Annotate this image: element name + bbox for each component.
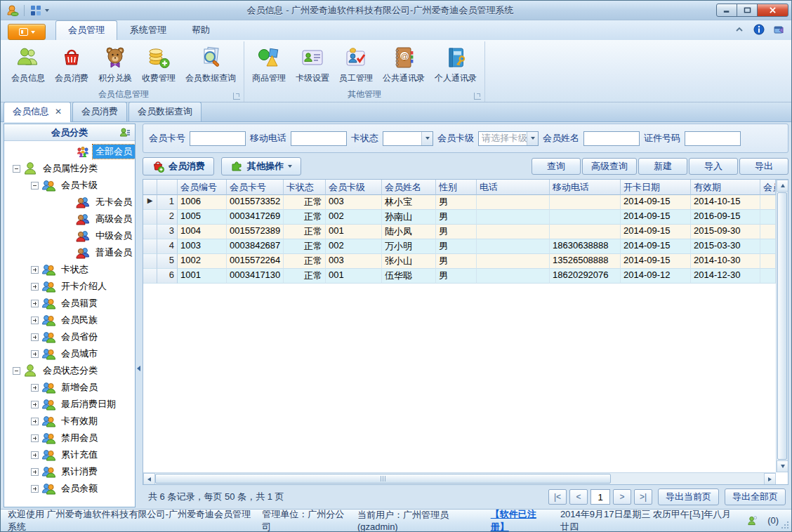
quick-access-toolbar[interactable] bbox=[29, 4, 49, 17]
ribbon-button-staff[interactable]: 员工管理 bbox=[334, 42, 378, 91]
tree-item-7[interactable]: 普通会员 bbox=[4, 244, 135, 261]
tree-item-15[interactable]: 新增会员 bbox=[4, 379, 135, 396]
feedback-icon[interactable] bbox=[773, 24, 784, 35]
table-row-5[interactable]: 510020015572264正常003张小山男135265088882014-… bbox=[143, 254, 776, 269]
tree-expander-icon[interactable] bbox=[31, 418, 39, 425]
tree-item-19[interactable]: 累计充值 bbox=[4, 446, 135, 463]
ribbon-tab-2[interactable]: 系统管理 bbox=[117, 20, 179, 40]
tree-item-3[interactable]: 会员卡级 bbox=[4, 177, 135, 194]
member-name-input[interactable] bbox=[583, 131, 640, 146]
tree-item-16[interactable]: 最后消费日期 bbox=[4, 396, 135, 413]
first-page-button[interactable]: |< bbox=[548, 489, 567, 505]
vertical-scrollbar[interactable] bbox=[776, 180, 788, 472]
tree-expander-icon[interactable] bbox=[31, 401, 39, 408]
minimize-button[interactable] bbox=[716, 4, 737, 17]
ribbon-button-teddy[interactable]: 积分兑换 bbox=[93, 42, 137, 91]
tree-item-9[interactable]: 开卡介绍人 bbox=[4, 278, 135, 295]
member-card-no-input[interactable] bbox=[190, 131, 246, 146]
document-tab-1[interactable]: 会员信息✕ bbox=[4, 102, 71, 122]
tree-item-20[interactable]: 累计消费 bbox=[4, 463, 135, 480]
card-status-select[interactable] bbox=[383, 131, 433, 146]
column-header-2[interactable]: 会员卡号 bbox=[227, 180, 284, 195]
ribbon-button-personal-contacts[interactable]: 个人通讯录 bbox=[430, 42, 482, 91]
column-header-10[interactable]: 有效期 bbox=[691, 180, 760, 195]
column-header-4[interactable]: 会员卡级 bbox=[326, 180, 382, 195]
action-button-2[interactable]: 高级查询 bbox=[582, 158, 637, 175]
close-button[interactable] bbox=[757, 4, 788, 17]
column-header-3[interactable]: 卡状态 bbox=[284, 180, 326, 195]
table-row-3[interactable]: 310040015572389正常001陆小凤男2014-09-152015-0… bbox=[143, 225, 776, 239]
action-button-1[interactable]: 查询 bbox=[532, 158, 581, 175]
tree-item-6[interactable]: 中级会员 bbox=[4, 227, 135, 244]
tree-item-5[interactable]: 高级会员 bbox=[4, 211, 135, 227]
action-button-3[interactable]: 新建 bbox=[638, 158, 687, 175]
column-header-7[interactable]: 电话 bbox=[477, 180, 550, 195]
tree-item-21[interactable]: 会员余额 bbox=[4, 480, 135, 497]
ribbon-tab-3[interactable]: 帮助 bbox=[179, 20, 223, 40]
mobile-phone-input[interactable] bbox=[291, 131, 347, 146]
column-header-6[interactable]: 性别 bbox=[436, 180, 477, 195]
card-level-select[interactable]: 请选择卡级 bbox=[478, 131, 539, 146]
tree-item-12[interactable]: 会员省份 bbox=[4, 328, 135, 345]
table-row-2[interactable]: 210050003417269正常002孙南山男2014-09-152016-0… bbox=[143, 210, 776, 225]
column-header-11[interactable]: 会员 bbox=[760, 180, 776, 195]
tree-item-14[interactable]: 会员状态分类 bbox=[4, 362, 135, 379]
table-row-6[interactable]: 610010003417130正常001伍华聪男186202920762014-… bbox=[143, 269, 776, 284]
page-number-input[interactable] bbox=[590, 489, 610, 505]
ribbon-button-goods[interactable]: 商品管理 bbox=[247, 42, 291, 91]
horizontal-scrollbar[interactable] bbox=[143, 472, 776, 484]
info-icon[interactable] bbox=[753, 24, 765, 35]
next-page-button[interactable]: > bbox=[613, 489, 631, 505]
chevron-down-icon[interactable] bbox=[527, 132, 538, 145]
tree-item-10[interactable]: 会员籍贯 bbox=[4, 295, 135, 312]
column-header-5[interactable]: 会员姓名 bbox=[382, 180, 436, 195]
toolbar-button-puzzle[interactable]: 其他操作 bbox=[221, 157, 301, 175]
tree-expander-icon[interactable] bbox=[31, 384, 39, 392]
document-tab-3[interactable]: 会员数据查询 bbox=[128, 102, 202, 121]
ribbon-button-basket[interactable]: 会员消费 bbox=[50, 42, 93, 91]
column-header-1[interactable]: 会员编号 bbox=[178, 180, 227, 195]
ribbon-button-members[interactable]: 会员信息 bbox=[6, 42, 50, 91]
ribbon-button-coins-add[interactable]: 收费管理 bbox=[137, 42, 180, 91]
tree-item-17[interactable]: 卡有效期 bbox=[4, 413, 135, 430]
tree-expander-icon[interactable] bbox=[13, 165, 20, 173]
scroll-right-icon[interactable] bbox=[764, 473, 776, 485]
ribbon-tab-1[interactable]: 会员管理 bbox=[55, 20, 117, 40]
resize-grip[interactable] bbox=[781, 521, 789, 529]
column-header-9[interactable]: 开卡日期 bbox=[621, 180, 691, 195]
ribbon-button-card-settings[interactable]: 卡级设置 bbox=[291, 42, 334, 91]
scroll-down-icon[interactable] bbox=[777, 460, 788, 472]
app-menu-button[interactable] bbox=[8, 24, 46, 40]
tree-expander-icon[interactable] bbox=[31, 485, 39, 493]
tree-item-4[interactable]: 无卡会员 bbox=[4, 194, 135, 211]
scroll-left-icon[interactable] bbox=[143, 473, 155, 485]
table-row-4[interactable]: 410030003842687正常002万小明男186306388882014-… bbox=[143, 239, 776, 254]
ribbon-button-public-contacts[interactable]: @公共通讯录 bbox=[378, 42, 430, 91]
tree-expander-icon[interactable] bbox=[31, 182, 39, 189]
tree-expander-icon[interactable] bbox=[31, 350, 39, 358]
tree-expander-icon[interactable] bbox=[31, 283, 39, 291]
tree-expander-icon[interactable] bbox=[13, 367, 20, 375]
tree-item-13[interactable]: 会员城市 bbox=[4, 345, 135, 362]
action-button-4[interactable]: 导入 bbox=[689, 158, 738, 175]
scroll-up-icon[interactable] bbox=[777, 180, 788, 192]
dialog-launcher-icon[interactable] bbox=[474, 93, 481, 100]
tree-expander-icon[interactable] bbox=[31, 300, 39, 307]
horizontal-scroll-thumb[interactable] bbox=[155, 474, 611, 484]
last-page-button[interactable]: >| bbox=[634, 489, 652, 505]
id-number-input[interactable] bbox=[685, 131, 741, 146]
vertical-scroll-thumb[interactable] bbox=[777, 192, 787, 460]
tree-expander-icon[interactable] bbox=[31, 266, 39, 274]
chevron-down-icon[interactable] bbox=[421, 132, 433, 145]
tree-expander-icon[interactable] bbox=[31, 434, 39, 442]
maximize-button[interactable] bbox=[737, 4, 758, 17]
tree-item-8[interactable]: 卡状态 bbox=[4, 261, 135, 278]
tree-expander-icon[interactable] bbox=[31, 333, 39, 341]
toolbar-button-basket-add[interactable]: 会员消费 bbox=[143, 157, 214, 175]
table-row-1[interactable]: ▶110060015573352正常003林小宝男2014-09-152014-… bbox=[143, 195, 776, 210]
tree-item-1[interactable]: 全部会员 bbox=[4, 143, 135, 160]
ribbon-button-doc-search[interactable]: 会员数据查询 bbox=[180, 42, 241, 91]
sidebar-splitter[interactable] bbox=[136, 124, 141, 507]
member-list-icon[interactable] bbox=[119, 127, 131, 138]
export-current-page-button[interactable]: 导出当前页 bbox=[658, 488, 719, 505]
